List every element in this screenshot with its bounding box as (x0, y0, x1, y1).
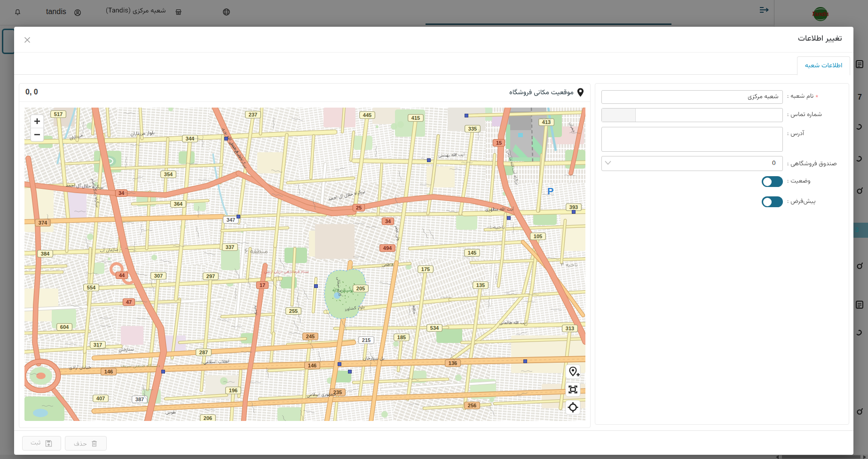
svg-text:255: 255 (289, 308, 298, 314)
svg-text:185: 185 (397, 335, 406, 340)
svg-text:335: 335 (468, 126, 477, 132)
svg-text:206: 206 (204, 415, 212, 421)
svg-text:146: 146 (308, 363, 316, 368)
svg-text:344: 344 (186, 136, 195, 141)
svg-text:517: 517 (54, 111, 63, 117)
svg-text:297: 297 (206, 273, 215, 279)
svg-text:445: 445 (363, 112, 371, 118)
svg-text:175: 175 (421, 266, 430, 272)
svg-text:235: 235 (333, 389, 342, 395)
svg-text:534: 534 (430, 325, 439, 331)
svg-text:337: 337 (226, 244, 234, 250)
svg-text:135: 135 (476, 282, 485, 288)
svg-text:34: 34 (385, 218, 391, 224)
svg-text:415: 415 (411, 115, 420, 121)
svg-text:393: 393 (569, 204, 578, 210)
svg-text:384: 384 (41, 251, 50, 257)
svg-text:145: 145 (468, 250, 476, 256)
svg-text:407: 407 (96, 396, 105, 401)
svg-text:245: 245 (306, 334, 315, 339)
svg-text:44: 44 (119, 272, 125, 278)
svg-text:15: 15 (496, 140, 502, 146)
svg-text:237: 237 (249, 112, 257, 117)
svg-text:205: 205 (356, 286, 365, 291)
svg-text:47: 47 (126, 299, 132, 305)
svg-text:354: 354 (164, 171, 173, 177)
svg-text:604: 604 (60, 324, 69, 330)
svg-text:374: 374 (39, 220, 47, 226)
svg-text:347: 347 (227, 217, 235, 223)
svg-text:196: 196 (229, 388, 237, 393)
svg-text:317: 317 (94, 342, 102, 348)
svg-text:215: 215 (362, 337, 371, 343)
svg-text:287: 287 (199, 350, 208, 355)
svg-text:146: 146 (104, 369, 113, 374)
svg-text:105: 105 (534, 233, 542, 239)
svg-text:34: 34 (118, 190, 125, 196)
svg-text:17: 17 (260, 282, 265, 288)
svg-text:364: 364 (174, 201, 183, 207)
svg-text:494: 494 (383, 245, 392, 251)
svg-text:25: 25 (356, 205, 362, 210)
svg-text:307: 307 (154, 273, 163, 279)
svg-text:P: P (547, 186, 553, 196)
svg-text:387: 387 (135, 397, 144, 402)
svg-text:256: 256 (468, 403, 476, 408)
svg-text:313: 313 (566, 326, 574, 331)
svg-text:413: 413 (542, 119, 551, 125)
svg-text:554: 554 (87, 285, 96, 290)
svg-text:136: 136 (449, 360, 457, 366)
